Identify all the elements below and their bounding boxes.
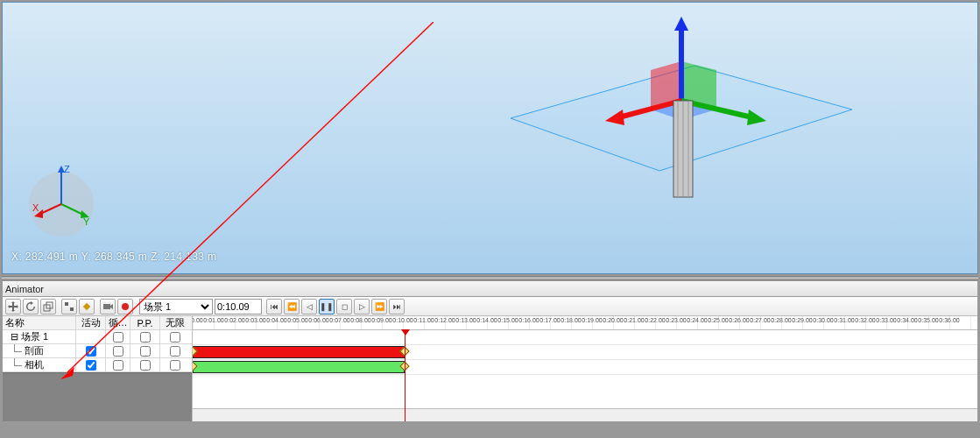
col-pp: P.P.: [130, 316, 160, 329]
animator-panel: 场景 1 ⏮ ⏪ ◁ ❚❚ ◻ ▷ ⏩ ⏭ 名称 活动 循… P.P. 无限 ⊟…: [2, 296, 978, 422]
checkbox-pp[interactable]: [140, 332, 151, 343]
transport-play-icon[interactable]: ▷: [354, 299, 370, 314]
tree-empty-area: [3, 372, 192, 421]
tool-key-icon[interactable]: [79, 299, 95, 314]
ruler-tick: 0:08.00: [350, 317, 370, 323]
viewport-3d[interactable]: Z Y X X: 282.491 m Y: 268.345 m Z: 214.1…: [2, 2, 978, 274]
ruler-tick: 0:17.00: [539, 317, 560, 323]
ruler-tick: 0:01.00: [203, 317, 223, 323]
time-input[interactable]: [215, 299, 262, 314]
ruler-tick: 0:04.00: [266, 317, 286, 323]
ruler-tick: 0:22.00: [645, 317, 665, 323]
ruler-tick: 0:03.00: [245, 317, 265, 323]
timeline-track[interactable]: [193, 360, 977, 375]
axis-y-label: Y: [83, 216, 90, 227]
ruler-tick: 0:28.00: [771, 317, 791, 323]
clip[interactable]: [193, 361, 405, 373]
ruler-tick: 0:25.00: [708, 317, 728, 323]
checkbox-active[interactable]: [86, 360, 96, 371]
ruler-tick: 0:35.00: [918, 317, 938, 323]
checkbox-active[interactable]: [86, 346, 96, 357]
transport-pause-icon[interactable]: ❚❚: [319, 299, 335, 314]
tree-header: 名称 活动 循… P.P. 无限: [3, 316, 192, 330]
transport-first-icon[interactable]: ⏮: [266, 299, 282, 314]
ruler-tick: 0:33.00: [876, 317, 896, 323]
transport-prev-key-icon[interactable]: ⏪: [284, 299, 300, 314]
timeline-track[interactable]: [193, 330, 977, 345]
svg-rect-26: [70, 307, 74, 311]
tool-rotate-icon[interactable]: [23, 299, 39, 314]
ruler-tick: 0:10.00: [392, 317, 412, 323]
ruler-tick: 0:21.00: [624, 317, 644, 323]
axis-orientation-widget[interactable]: Z Y X: [22, 160, 109, 248]
timeline-ruler[interactable]: 0:00.000:01.000:02.000:03.000:04.000:05.…: [193, 316, 977, 330]
svg-rect-27: [83, 302, 90, 309]
tool-camera-icon[interactable]: [100, 299, 116, 314]
svg-rect-28: [103, 304, 110, 309]
timeline[interactable]: 0:00.000:01.000:02.000:03.000:04.000:05.…: [193, 316, 977, 421]
ruler-tick: 0:15.00: [497, 317, 518, 323]
scene-content[interactable]: [493, 13, 861, 215]
timeline-scrollbar[interactable]: [193, 408, 977, 421]
timeline-tracks[interactable]: [193, 330, 977, 408]
checkbox-infinite[interactable]: [170, 332, 180, 343]
svg-marker-12: [674, 17, 688, 31]
tree-row[interactable]: ⊟ 场景 1: [3, 330, 192, 344]
ruler-tick: 0:26.00: [729, 317, 749, 323]
checkbox-loop[interactable]: [113, 360, 123, 371]
ruler-tick: 0:36.00: [939, 317, 959, 323]
ruler-tick: 0:31.00: [834, 317, 854, 323]
animator-toolbar: 场景 1 ⏮ ⏪ ◁ ❚❚ ◻ ▷ ⏩ ⏭: [3, 297, 977, 316]
svg-marker-29: [110, 304, 113, 309]
ruler-tick: 0:16.00: [518, 317, 539, 323]
col-loop: 循…: [106, 316, 130, 329]
panel-title: Animator: [2, 280, 978, 296]
tree-item-label: 相机: [5, 358, 44, 371]
timeline-track[interactable]: [193, 345, 977, 360]
ruler-tick: 0:09.00: [371, 317, 391, 323]
ruler-tick: 0:23.00: [666, 317, 686, 323]
transport-stop-icon[interactable]: ◻: [336, 299, 352, 314]
scene-select[interactable]: 场景 1: [139, 299, 213, 314]
tree-item-label: 剖面: [5, 344, 44, 357]
checkbox-pp[interactable]: [140, 360, 151, 371]
axis-x-label: X: [32, 202, 39, 213]
tool-snap-icon[interactable]: [61, 299, 77, 314]
checkbox-pp[interactable]: [140, 346, 151, 357]
tool-scale-icon[interactable]: [40, 299, 56, 314]
ruler-tick: 0:02.00: [224, 317, 244, 323]
col-name: 名称: [3, 316, 76, 329]
ruler-tick: 0:34.00: [897, 317, 917, 323]
clip[interactable]: [193, 346, 405, 358]
ruler-tick: 0:27.00: [750, 317, 770, 323]
playhead[interactable]: [405, 330, 405, 421]
tool-translate-icon[interactable]: [5, 299, 21, 314]
svg-point-30: [122, 303, 129, 310]
tool-record-icon[interactable]: [117, 299, 133, 314]
tree-item-label: ⊟ 场景 1: [5, 330, 48, 343]
ruler-tick: 0:24.00: [687, 317, 707, 323]
ruler-tick: 0:30.00: [813, 317, 833, 323]
ruler-tick: 0:14.00: [476, 317, 497, 323]
transport-next-key-icon[interactable]: ⏩: [371, 299, 387, 314]
checkbox-loop[interactable]: [113, 346, 123, 357]
ruler-tick: 0:29.00: [792, 317, 812, 323]
transport-last-icon[interactable]: ⏭: [389, 299, 405, 314]
col-infinite: 无限: [160, 316, 190, 329]
ruler-tick: 0:13.00: [455, 317, 476, 323]
axis-z-label: Z: [64, 164, 70, 174]
svg-rect-25: [65, 302, 68, 306]
checkbox-loop[interactable]: [113, 332, 123, 343]
ruler-tick: 0:18.00: [561, 317, 581, 323]
checkbox-infinite[interactable]: [170, 346, 180, 357]
tree-row[interactable]: 剖面: [3, 344, 192, 358]
transport-step-back-icon[interactable]: ◁: [301, 299, 317, 314]
ruler-tick: 0:05.00: [287, 317, 307, 323]
ruler-tick: 0:07.00: [329, 317, 349, 323]
ruler-tick: 0:11.00: [413, 317, 434, 323]
ruler-tick: 0:12.00: [434, 317, 455, 323]
checkbox-infinite[interactable]: [170, 360, 180, 371]
ruler-tick: 0:06.00: [308, 317, 328, 323]
ruler-tick: 0:00.00: [193, 317, 203, 323]
tree-row[interactable]: 相机: [3, 358, 192, 372]
